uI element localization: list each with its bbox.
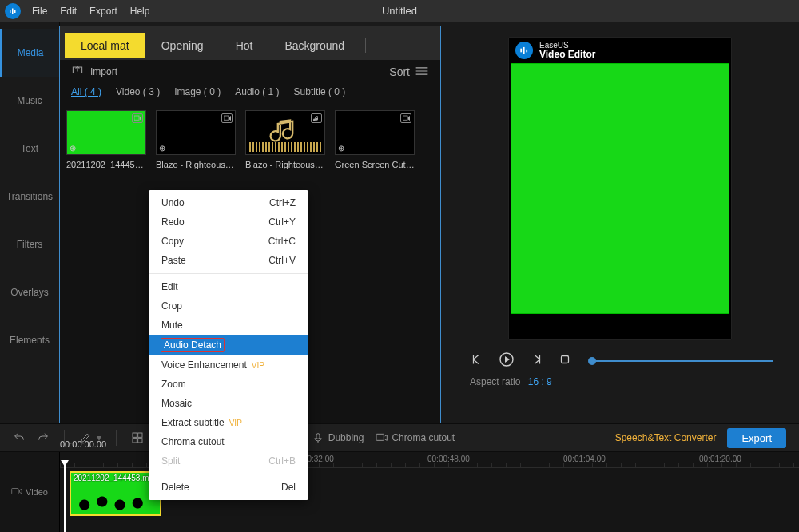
- sort-icon: [415, 66, 429, 78]
- brand-logo-icon: [515, 42, 533, 59]
- svg-rect-1: [12, 8, 14, 14]
- timeline-toolbar: ▾ Mosaic Freeze Duration Dubbing Chroma …: [0, 423, 799, 452]
- ctx-mute[interactable]: Mute: [149, 316, 308, 335]
- export-button[interactable]: Export: [727, 428, 786, 448]
- svg-point-4: [415, 70, 415, 72]
- ruler-tick: 00:01:04.00: [563, 455, 606, 463]
- ctx-edit[interactable]: Edit: [149, 277, 308, 296]
- dubbing-label: Dubbing: [328, 432, 364, 443]
- aspect-label: Aspect ratio: [470, 376, 520, 387]
- seek-slider[interactable]: [593, 360, 773, 362]
- ctx-delete[interactable]: DeleteDel: [149, 478, 308, 497]
- sidebar-tab-elements[interactable]: Elements: [0, 316, 59, 364]
- ctx-paste[interactable]: PasteCtrl+V: [149, 251, 308, 270]
- menu-export[interactable]: Export: [83, 6, 124, 17]
- ctx-crop[interactable]: Crop: [149, 296, 308, 316]
- svg-rect-2: [14, 10, 16, 13]
- ctx-zoom[interactable]: Zoom: [149, 375, 308, 394]
- sidebar-tab-filters[interactable]: Filters: [0, 220, 59, 268]
- media-thumb[interactable]: ⊕20211202_144453.m...: [66, 110, 146, 169]
- thumb-type-icon: [221, 113, 233, 123]
- import-label: Import: [90, 66, 117, 77]
- ctx-undo[interactable]: UndoCtrl+Z: [149, 193, 308, 212]
- svg-rect-13: [562, 356, 569, 363]
- media-filter[interactable]: All ( 4 ): [71, 86, 101, 97]
- add-to-timeline-icon[interactable]: ⊕: [159, 144, 165, 153]
- menu-file[interactable]: File: [26, 6, 54, 17]
- sidebar-tab-media[interactable]: Media: [0, 29, 59, 77]
- media-tab-hot[interactable]: Hot: [220, 33, 269, 58]
- app-logo-icon: [5, 3, 21, 19]
- timeline-clip[interactable]: 🔈 🔒 20211202_144453.mp4: [70, 471, 161, 516]
- add-to-timeline-icon[interactable]: ⊕: [338, 144, 344, 153]
- sidebar-tab-text[interactable]: Text: [0, 125, 59, 173]
- sort-button[interactable]: Sort: [389, 66, 429, 78]
- add-to-timeline-icon[interactable]: ⊕: [70, 144, 76, 153]
- media-filter[interactable]: Subtitle ( 0 ): [294, 86, 346, 97]
- timeline-counter: 00:00:00.00: [60, 439, 106, 449]
- media-tab-background[interactable]: Background: [268, 33, 360, 58]
- ruler-tick: 00:01:20.00: [699, 455, 741, 463]
- dubbing-button[interactable]: Dubbing: [312, 431, 364, 444]
- ctx-shortcut: Ctrl+V: [268, 255, 296, 266]
- svg-point-5: [415, 73, 415, 75]
- thumb-type-icon: [132, 113, 143, 123]
- import-button[interactable]: Import: [71, 65, 117, 78]
- aspect-value[interactable]: 16 : 9: [528, 376, 552, 387]
- media-filter[interactable]: Image ( 0 ): [174, 86, 221, 97]
- media-thumb[interactable]: Blazo - Righteous Pa...: [245, 110, 325, 169]
- thumb-caption: 20211202_144453.m...: [66, 160, 146, 169]
- speech-text-button[interactable]: Speech&Text Converter: [615, 432, 717, 443]
- sidebar-tab-transitions[interactable]: Transitions: [0, 173, 59, 220]
- svg-rect-8: [403, 116, 407, 120]
- media-tab-opening[interactable]: Opening: [145, 33, 220, 58]
- ctx-mosaic[interactable]: Mosaic: [149, 394, 308, 413]
- media-thumb[interactable]: ⊕Blazo - Righteous Pa...: [156, 110, 236, 169]
- ctx-redo[interactable]: RedoCtrl+Y: [149, 212, 308, 232]
- sidebar-tab-music[interactable]: Music: [0, 77, 59, 125]
- timeline: Video 00:00:00.00 00:00:16.0000:00:32.00…: [0, 452, 799, 532]
- ruler-tick: 00:00:48.00: [427, 455, 470, 463]
- stop-button[interactable]: [558, 352, 572, 369]
- svg-point-3: [415, 67, 415, 69]
- menu-help[interactable]: Help: [124, 6, 157, 17]
- thumb-type-icon: [311, 113, 322, 123]
- ctx-shortcut: Ctrl+Y: [268, 216, 296, 228]
- ctx-shortcut: Ctrl+Z: [269, 197, 296, 208]
- next-frame-button[interactable]: [529, 352, 543, 369]
- chroma-button[interactable]: Chroma cutout: [375, 431, 455, 444]
- svg-rect-7: [224, 116, 229, 120]
- media-thumb[interactable]: ⊕Green Screen Cutout...: [335, 110, 415, 169]
- svg-rect-16: [133, 439, 137, 443]
- thumb-caption: Blazo - Righteous Pa...: [156, 160, 236, 169]
- playhead[interactable]: [64, 465, 66, 532]
- thumb-caption: Green Screen Cutout...: [335, 160, 415, 169]
- thumb-type-icon: [400, 113, 411, 123]
- media-tab-local-mat[interactable]: Local mat: [65, 33, 145, 58]
- redo-button[interactable]: [37, 431, 50, 444]
- play-button[interactable]: [499, 351, 515, 370]
- svg-rect-0: [10, 10, 11, 13]
- svg-rect-21: [376, 434, 384, 440]
- preview-panel: EaseUS Video Editor Aspect ratio 16 : 9: [441, 22, 799, 423]
- ctx-shortcut: Ctrl+C: [268, 236, 296, 247]
- video-track-icon: [11, 486, 22, 498]
- video-track-label: Video: [26, 487, 48, 497]
- media-filter[interactable]: Video ( 3 ): [116, 86, 160, 97]
- ctx-shortcut: Ctrl+B: [268, 455, 296, 466]
- media-filter[interactable]: Audio ( 1 ): [235, 86, 279, 97]
- import-icon: [71, 65, 84, 78]
- svg-rect-15: [138, 433, 142, 437]
- ctx-chroma-cutout[interactable]: Chroma cutout: [149, 432, 308, 451]
- ctx-voice-enhancement[interactable]: Voice EnhancementVIP: [149, 355, 308, 375]
- svg-rect-20: [316, 434, 320, 439]
- ctx-extract-subtitle[interactable]: Extract subtitleVIP: [149, 413, 308, 432]
- ctx-copy[interactable]: CopyCtrl+C: [149, 232, 308, 251]
- brand-line2: Video Editor: [539, 50, 595, 60]
- prev-frame-button[interactable]: [470, 352, 484, 369]
- ctx-audio-detach[interactable]: Audio Detach: [149, 335, 308, 355]
- menu-edit[interactable]: Edit: [54, 6, 83, 17]
- chroma-label: Chroma cutout: [392, 432, 455, 443]
- sidebar-tab-overlays[interactable]: Overlays: [0, 268, 59, 316]
- undo-button[interactable]: [13, 431, 26, 444]
